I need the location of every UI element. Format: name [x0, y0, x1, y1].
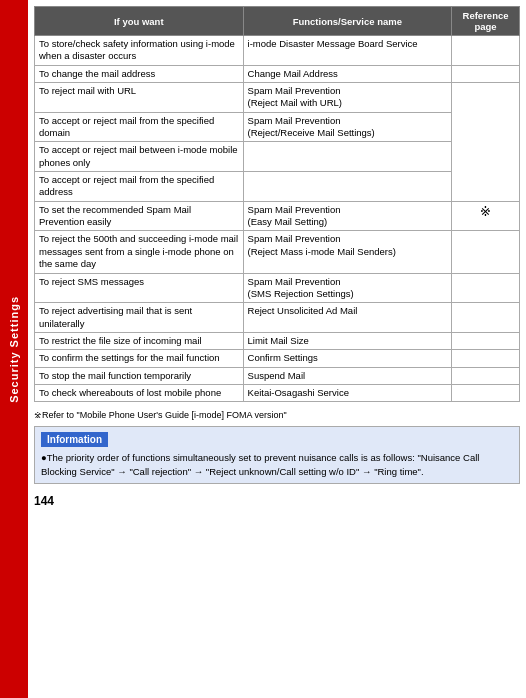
page-number: 144	[34, 494, 520, 508]
note-line: ※Refer to "Mobile Phone User's Guide [i-…	[34, 410, 520, 420]
info-bullet: ●The priority order of functions simulta…	[41, 452, 479, 476]
table-row: To reject SMS messages Spam Mail Prevent…	[35, 273, 520, 303]
table-row: To stop the mail function temporarily Su…	[35, 367, 520, 384]
want-cell: To restrict the file size of incoming ma…	[35, 332, 244, 349]
function-cell: Change Mail Address	[243, 65, 452, 82]
want-cell: To accept or reject mail from the specif…	[35, 172, 244, 202]
main-content: If you want Functions/Service name Refer…	[28, 0, 526, 698]
function-cell: Reject Unsolicited Ad Mail	[243, 303, 452, 333]
sidebar-label: Security Settings	[8, 296, 20, 403]
table-row: To confirm the settings for the mail fun…	[35, 350, 520, 367]
table-row: To reject the 500th and succeeding i-mod…	[35, 231, 520, 273]
want-cell: To confirm the settings for the mail fun…	[35, 350, 244, 367]
features-table: If you want Functions/Service name Refer…	[34, 6, 520, 402]
info-title: Information	[41, 432, 108, 447]
table-row: To reject advertising mail that is sent …	[35, 303, 520, 333]
ref-cell-merged	[452, 83, 520, 202]
info-content: ●The priority order of functions simulta…	[41, 451, 513, 478]
ref-cell	[452, 384, 520, 401]
ref-cell	[452, 231, 520, 273]
function-cell: Confirm Settings	[243, 350, 452, 367]
want-cell: To reject SMS messages	[35, 273, 244, 303]
want-cell: To reject advertising mail that is sent …	[35, 303, 244, 333]
function-cell: Suspend Mail	[243, 367, 452, 384]
col-header-function: Functions/Service name	[243, 7, 452, 36]
want-cell: To accept or reject mail between i-mode …	[35, 142, 244, 172]
table-row: To accept or reject mail from the specif…	[35, 112, 520, 142]
table-row: To store/check safety information using …	[35, 36, 520, 66]
ref-cell	[452, 65, 520, 82]
want-cell: To accept or reject mail from the specif…	[35, 112, 244, 142]
table-row: To change the mail address Change Mail A…	[35, 65, 520, 82]
page-container: Security Settings If you want Functions/…	[0, 0, 526, 698]
function-cell	[243, 142, 452, 172]
table-row: To set the recommended Spam Mail Prevent…	[35, 201, 520, 231]
col-header-ref: Reference page	[452, 7, 520, 36]
function-cell: Spam Mail Prevention(Reject/Receive Mail…	[243, 112, 452, 142]
want-cell: To reject mail with URL	[35, 83, 244, 113]
function-cell: Spam Mail Prevention(SMS Rejection Setti…	[243, 273, 452, 303]
sidebar: Security Settings	[0, 0, 28, 698]
table-row: To accept or reject mail from the specif…	[35, 172, 520, 202]
function-cell: Keitai-Osagashi Service	[243, 384, 452, 401]
table-row: To reject mail with URL Spam Mail Preven…	[35, 83, 520, 113]
ref-cell: ※	[452, 201, 520, 231]
table-row: To accept or reject mail between i-mode …	[35, 142, 520, 172]
want-cell: To check whereabouts of lost mobile phon…	[35, 384, 244, 401]
ref-cell	[452, 36, 520, 66]
col-header-want: If you want	[35, 7, 244, 36]
function-cell	[243, 172, 452, 202]
ref-cell	[452, 367, 520, 384]
table-row: To check whereabouts of lost mobile phon…	[35, 384, 520, 401]
want-cell: To change the mail address	[35, 65, 244, 82]
ref-cell	[452, 273, 520, 303]
want-cell: To set the recommended Spam Mail Prevent…	[35, 201, 244, 231]
info-box: Information ●The priority order of funct…	[34, 426, 520, 484]
function-cell: Spam Mail Prevention(Reject Mass i-mode …	[243, 231, 452, 273]
function-cell: Limit Mail Size	[243, 332, 452, 349]
ref-cell	[452, 350, 520, 367]
function-cell: Spam Mail Prevention(Easy Mail Setting)	[243, 201, 452, 231]
want-cell: To store/check safety information using …	[35, 36, 244, 66]
ref-cell	[452, 303, 520, 333]
ref-cell	[452, 332, 520, 349]
table-row: To restrict the file size of incoming ma…	[35, 332, 520, 349]
function-cell: Spam Mail Prevention(Reject Mail with UR…	[243, 83, 452, 113]
want-cell: To reject the 500th and succeeding i-mod…	[35, 231, 244, 273]
want-cell: To stop the mail function temporarily	[35, 367, 244, 384]
function-cell: i-mode Disaster Message Board Service	[243, 36, 452, 66]
